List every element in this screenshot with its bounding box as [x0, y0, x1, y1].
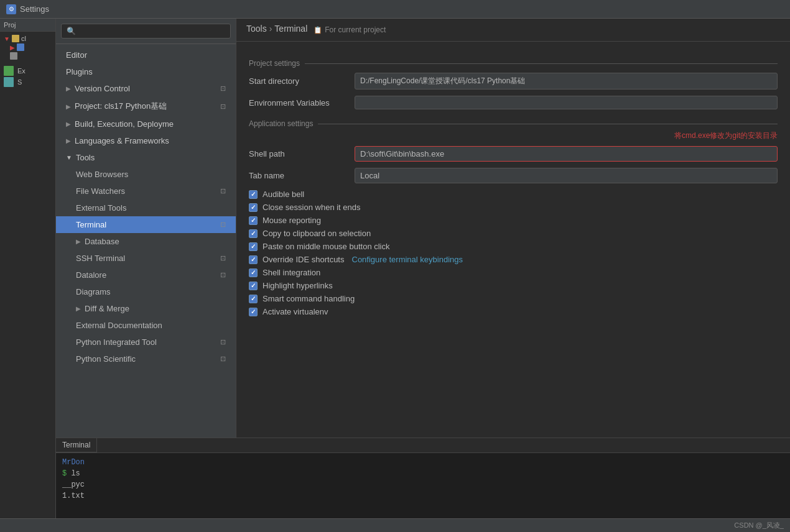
expand-arrow-icon: ▶: [66, 85, 71, 92]
checkbox-smart-command[interactable]: [249, 295, 258, 303]
breadcrumb-current: Terminal: [274, 24, 307, 34]
settings-area: Tools › Terminal 📋 For current project P…: [236, 19, 790, 438]
project-panel: Proj ▼ cl ▶ Ex S: [0, 19, 56, 518]
sidebar-item-label: Project: cls17 Python基础: [75, 101, 167, 112]
sidebar-item-tools[interactable]: ▼ Tools: [56, 149, 236, 166]
folder-icon: [12, 35, 19, 42]
checkbox-paste-middle[interactable]: [249, 242, 258, 251]
sidebar-item-external-doc[interactable]: External Documentation: [56, 317, 236, 334]
sidebar-item-languages[interactable]: ▶ Languages & Frameworks: [56, 132, 236, 149]
checkbox-label-override-ide: Override IDE shortcuts: [263, 255, 345, 264]
sidebar-item-ssh-terminal[interactable]: SSH Terminal ⊡: [56, 250, 236, 267]
terminal-panel: Terminal MrDon $ ls __pyc 1.txt: [56, 438, 790, 518]
copy-icon: ⊡: [220, 221, 226, 229]
checkbox-mouse-reporting[interactable]: [249, 216, 258, 225]
checkbox-label-audible-bell: Audible bell: [263, 190, 304, 199]
tab-name-value[interactable]: Local: [355, 168, 778, 183]
sidebar-item-label: Build, Execution, Deployme: [75, 119, 174, 129]
status-bar: CSDN @_风凌_: [0, 518, 790, 532]
main-layout: Editor Plugins ▶ Version Control ⊡ ▶ Pro…: [56, 19, 790, 518]
copy-icon: ⊡: [220, 254, 226, 262]
tree-item: ▶: [2, 43, 53, 52]
sidebar-item-web-browsers[interactable]: Web Browsers: [56, 166, 236, 183]
checkbox-label-close-session: Close session when it ends: [263, 203, 361, 212]
sidebar-item-version-control[interactable]: ▶ Version Control ⊡: [56, 80, 236, 97]
sidebar-item-label: External Documentation: [76, 321, 162, 330]
tab-name-label: Tab name: [249, 171, 348, 180]
start-directory-label: Start directory: [249, 76, 348, 86]
sidebar-item-label: Diff & Merge: [85, 304, 129, 313]
start-directory-value[interactable]: D:/FengLingCode/课堂授课代码/cls17 Python基础: [355, 73, 778, 89]
checkbox-audible-bell[interactable]: [249, 190, 258, 199]
sidebar-item-diff-merge[interactable]: ▶ Diff & Merge: [56, 300, 236, 317]
terminal-line: $ ls: [62, 468, 784, 479]
sidebar-item-terminal[interactable]: Terminal ⊡: [56, 216, 236, 233]
project-tree: ▼ cl ▶ Ex S: [0, 32, 55, 518]
checkbox-row-shell-integration: Shell integration: [249, 268, 778, 277]
top-bar-title: Settings: [20, 4, 49, 14]
sidebar-item-label: Version Control: [75, 84, 130, 93]
checkboxes-container: Audible bellClose session when it endsMo…: [249, 190, 778, 316]
sidebar-item-label: External Tools: [76, 203, 126, 213]
checkbox-label-smart-command: Smart command handling: [263, 294, 355, 303]
checkbox-copy-clipboard[interactable]: [249, 229, 258, 238]
sidebar-item-label: Terminal: [76, 220, 106, 229]
sidebar-item-python-integrated[interactable]: Python Integrated Tool ⊡: [56, 334, 236, 351]
nav-list: Editor Plugins ▶ Version Control ⊡ ▶ Pro…: [56, 44, 236, 438]
env-variables-value[interactable]: [355, 96, 778, 109]
sidebar-item-python-scientific[interactable]: Python Scientific ⊡: [56, 351, 236, 367]
sidebar-item-external-tools[interactable]: External Tools: [56, 200, 236, 216]
sidebar-item-build[interactable]: ▶ Build, Execution, Deployme: [56, 116, 236, 132]
sidebar-item-datalore[interactable]: Datalore ⊡: [56, 267, 236, 283]
sidebar-item-plugins[interactable]: Plugins: [56, 63, 236, 80]
tree-label: cl: [21, 35, 26, 42]
shell-path-value[interactable]: D:\soft\Git\bin\bash.exe: [355, 146, 778, 162]
shell-path-label: Shell path: [249, 149, 348, 158]
checkbox-label-shell-integration: Shell integration: [263, 268, 320, 277]
checkbox-row-activate-virtualenv: Activate virtualenv: [249, 307, 778, 316]
checkbox-shell-integration[interactable]: [249, 268, 258, 277]
checkbox-row-highlight-hyperlinks: Highlight hyperlinks: [249, 281, 778, 290]
for-project: 📋 For current project: [314, 25, 386, 34]
checkbox-label-activate-virtualenv: Activate virtualenv: [263, 307, 328, 316]
tree-item: [2, 52, 53, 60]
sidebar-item-project[interactable]: ▶ Project: cls17 Python基础 ⊡: [56, 97, 236, 116]
checkbox-row-smart-command: Smart command handling: [249, 294, 778, 303]
checkbox-highlight-hyperlinks[interactable]: [249, 282, 258, 290]
breadcrumb-row: Tools › Terminal 📋 For current project: [236, 19, 790, 42]
terminal-content: MrDon $ ls __pyc 1.txt: [56, 453, 790, 518]
copy-icon: ⊡: [220, 355, 226, 363]
env-variables-row: Environment Variables: [249, 96, 778, 109]
tree-label: S: [17, 78, 22, 86]
terminal-line: 1.txt: [62, 490, 784, 502]
sidebar-item-label: Tools: [76, 153, 95, 162]
checkbox-override-ide[interactable]: [249, 255, 258, 264]
expand-arrow-icon: ▶: [76, 238, 81, 245]
terminal-tab[interactable]: Terminal: [56, 438, 97, 452]
file-icon: [17, 44, 24, 51]
search-input[interactable]: [61, 24, 231, 39]
checkbox-activate-virtualenv[interactable]: [249, 308, 258, 316]
sidebar-item-file-watchers[interactable]: File Watchers ⊡: [56, 183, 236, 200]
shell-path-row: Shell path D:\soft\Git\bin\bash.exe: [249, 146, 778, 162]
sidebar-item-label: Languages & Frameworks: [75, 136, 169, 145]
checkbox-label-copy-clipboard: Copy to clipboard on selection: [263, 229, 371, 238]
sidebar-item-editor[interactable]: Editor: [56, 47, 236, 63]
file-icon: [10, 52, 17, 60]
sidebar-item-label: Web Browsers: [76, 170, 128, 179]
breadcrumb-separator: ›: [269, 24, 272, 34]
start-directory-row: Start directory D:/FengLingCode/课堂授课代码/c…: [249, 73, 778, 89]
search-box[interactable]: [56, 19, 236, 44]
sidebar-item-diagrams[interactable]: Diagrams: [56, 283, 236, 300]
app-settings-title: Application settings: [249, 119, 778, 128]
project-icon: 📋: [314, 26, 322, 34]
status-text: CSDN @_风凌_: [734, 521, 784, 530]
checkbox-row-override-ide: Override IDE shortcutsConfigure terminal…: [249, 255, 778, 264]
checkbox-link-override-ide[interactable]: Configure terminal keybindings: [352, 255, 463, 264]
sidebar-item-label: Plugins: [66, 67, 93, 76]
breadcrumb-parent: Tools: [246, 24, 267, 34]
checkbox-close-session[interactable]: [249, 203, 258, 212]
sidebar-item-database[interactable]: ▶ Database: [56, 233, 236, 250]
breadcrumb: Tools › Terminal: [246, 24, 307, 34]
checkbox-label-mouse-reporting: Mouse reporting: [263, 216, 321, 225]
